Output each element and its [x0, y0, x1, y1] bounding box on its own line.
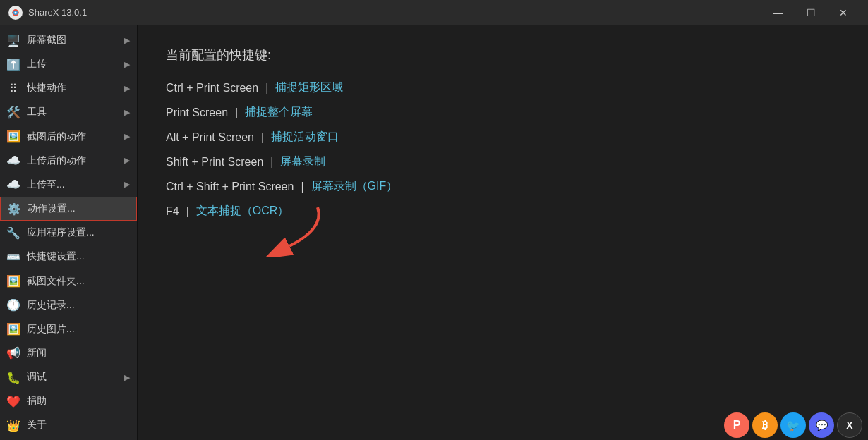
svg-point-2 — [15, 11, 17, 13]
workflow-icon: ⠿ — [6, 80, 21, 96]
sidebar-item-action-settings[interactable]: ⚙️ 动作设置... — [0, 197, 137, 221]
sidebar-item-hotkey-settings[interactable]: ⌨️ 快捷键设置... — [0, 245, 137, 269]
shortcut-description: 屏幕录制 — [280, 154, 325, 169]
sidebar: 🖥️ 屏幕截图 ▶ ⬆️ 上传 ▶ ⠿ 快捷动作 ▶ 🛠️ 工具 ▶ 🖼️ 截图… — [0, 25, 138, 440]
sidebar-item-capture[interactable]: 🖥️ 屏幕截图 ▶ — [0, 28, 137, 52]
sidebar-item-app-settings[interactable]: 🔧 应用程序设置... — [0, 221, 137, 245]
window-controls: — ☐ ✕ — [762, 0, 860, 25]
sidebar-label-upload: 上传 — [27, 58, 47, 71]
maximize-button[interactable]: ☐ — [795, 0, 827, 25]
sidebar-label-upload-to: 上传至... — [27, 178, 65, 191]
sidebar-item-upload[interactable]: ⬆️ 上传 ▶ — [0, 52, 137, 76]
shortcut-description: 捕捉活动窗口 — [271, 130, 339, 145]
shortcut-key: Ctrl + Shift + Print Screen — [166, 181, 294, 193]
content-title: 当前配置的快捷键: — [166, 47, 840, 63]
shortcut-separator: | — [270, 156, 273, 169]
arrow-debug: ▶ — [124, 373, 130, 382]
sidebar-item-history[interactable]: 🕒 历史记录... — [0, 293, 137, 317]
shortcut-separator: | — [265, 82, 268, 94]
shortcut-separator: | — [261, 131, 264, 144]
history-icon: 🕒 — [6, 298, 21, 313]
sidebar-item-about[interactable]: 👑 关于 — [0, 413, 137, 437]
main-layout: 🖥️ 屏幕截图 ▶ ⬆️ 上传 ▶ ⠿ 快捷动作 ▶ 🛠️ 工具 ▶ 🖼️ 截图… — [0, 25, 868, 440]
shortcut-description: 捕捉整个屏幕 — [245, 105, 313, 120]
app-logo — [8, 6, 23, 20]
sidebar-item-screenshot-folder[interactable]: 🖼️ 截图文件夹... — [0, 269, 137, 293]
shortcut-separator: | — [301, 181, 303, 193]
app-title: ShareX 13.0.1 — [28, 7, 762, 18]
sidebar-label-news: 新闻 — [27, 347, 47, 360]
shortcut-item: Ctrl + Print Screen | 捕捉矩形区域 — [166, 80, 840, 95]
app-settings-icon: 🔧 — [6, 225, 21, 240]
sidebar-item-upload-to[interactable]: ☁️ 上传至... ▶ — [0, 173, 137, 197]
sidebar-label-debug: 调试 — [27, 371, 47, 384]
sidebar-label-action-settings: 动作设置... — [28, 202, 76, 215]
upload-to-icon: ☁️ — [6, 177, 21, 192]
sidebar-label-after-capture: 截图后的动作 — [27, 130, 86, 143]
sidebar-item-donate[interactable]: ❤️ 捐助 — [0, 389, 137, 413]
sidebar-label-capture: 屏幕截图 — [27, 34, 66, 47]
sidebar-item-after-upload[interactable]: ☁️ 上传后的动作 ▶ — [0, 149, 137, 173]
sidebar-item-debug[interactable]: 🐛 调试 ▶ — [0, 365, 137, 389]
title-bar: ShareX 13.0.1 — ☐ ✕ — [0, 0, 868, 25]
shortcut-item: Alt + Print Screen | 捕捉活动窗口 — [166, 130, 840, 145]
after-upload-icon: ☁️ — [6, 153, 21, 169]
shortcut-separator: | — [186, 205, 189, 218]
sidebar-label-hotkey-settings: 快捷键设置... — [27, 250, 85, 263]
arrow-after-upload: ▶ — [124, 156, 130, 165]
minimize-button[interactable]: — — [762, 0, 795, 25]
arrow-upload-to: ▶ — [124, 180, 130, 189]
arrow-capture: ▶ — [124, 36, 130, 45]
sidebar-item-workflow[interactable]: ⠿ 快捷动作 ▶ — [0, 76, 137, 100]
sidebar-item-after-capture[interactable]: 🖼️ 截图后的动作 ▶ — [0, 125, 137, 149]
sidebar-label-workflow: 快捷动作 — [27, 82, 66, 94]
sidebar-label-screenshot-folder: 截图文件夹... — [27, 275, 85, 288]
sidebar-label-donate: 捐助 — [27, 395, 47, 408]
shortcut-key: Shift + Print Screen — [166, 156, 263, 169]
red-arrow — [247, 200, 332, 257]
sidebar-item-tools[interactable]: 🛠️ 工具 ▶ — [0, 100, 137, 124]
arrow-upload: ▶ — [124, 60, 130, 69]
patreon-button[interactable]: P — [724, 412, 749, 438]
sidebar-label-after-upload: 上传后的动作 — [27, 154, 86, 167]
shortcut-key: Ctrl + Print Screen — [166, 82, 258, 94]
twitter-button[interactable]: 🐦 — [780, 412, 806, 438]
hotkey-settings-icon: ⌨️ — [6, 249, 21, 264]
tools-icon: 🛠️ — [6, 104, 21, 120]
screenshot-folder-icon: 🖼️ — [6, 274, 21, 289]
bottom-bar: P ₿ 🐦 💬 X — [718, 410, 868, 440]
sidebar-label-history: 历史记录... — [27, 299, 75, 312]
arrow-tools: ▶ — [124, 108, 130, 117]
bitcoin-button[interactable]: ₿ — [752, 412, 778, 438]
capture-icon: 🖥️ — [6, 32, 21, 48]
news-icon: 📢 — [6, 346, 21, 361]
history-images-icon: 🖼️ — [6, 322, 21, 337]
close-button[interactable]: ✕ — [827, 0, 860, 25]
discord-button[interactable]: 💬 — [809, 412, 834, 438]
shortcut-list: Ctrl + Print Screen | 捕捉矩形区域Print Screen… — [166, 80, 840, 219]
shortcut-description: 捕捉矩形区域 — [275, 80, 343, 95]
sharex-button[interactable]: X — [837, 412, 862, 438]
content-area: 当前配置的快捷键: Ctrl + Print Screen | 捕捉矩形区域Pr… — [138, 25, 868, 440]
shortcut-item: Ctrl + Shift + Print Screen | 屏幕录制（GIF） — [166, 179, 840, 194]
shortcut-item: Print Screen | 捕捉整个屏幕 — [166, 105, 840, 120]
shortcut-key: F4 — [166, 205, 179, 218]
sidebar-label-tools: 工具 — [27, 106, 47, 118]
shortcut-key: Alt + Print Screen — [166, 131, 254, 144]
sidebar-item-news[interactable]: 📢 新闻 — [0, 341, 137, 365]
upload-icon: ⬆️ — [6, 56, 21, 72]
after-capture-icon: 🖼️ — [6, 129, 21, 145]
sidebar-label-app-settings: 应用程序设置... — [27, 226, 95, 239]
sidebar-label-about: 关于 — [27, 419, 47, 432]
shortcut-description: 屏幕录制（GIF） — [311, 179, 398, 194]
about-icon: 👑 — [6, 417, 21, 433]
sidebar-item-history-images[interactable]: 🖼️ 历史图片... — [0, 317, 137, 341]
shortcut-key: Print Screen — [166, 106, 228, 119]
shortcut-separator: | — [235, 106, 238, 119]
action-settings-icon: ⚙️ — [6, 201, 22, 216]
sidebar-label-history-images: 历史图片... — [27, 323, 75, 336]
debug-icon: 🐛 — [6, 369, 21, 385]
donate-icon: ❤️ — [6, 393, 21, 409]
shortcut-item: Shift + Print Screen | 屏幕录制 — [166, 154, 840, 169]
arrow-after-capture: ▶ — [124, 132, 130, 141]
